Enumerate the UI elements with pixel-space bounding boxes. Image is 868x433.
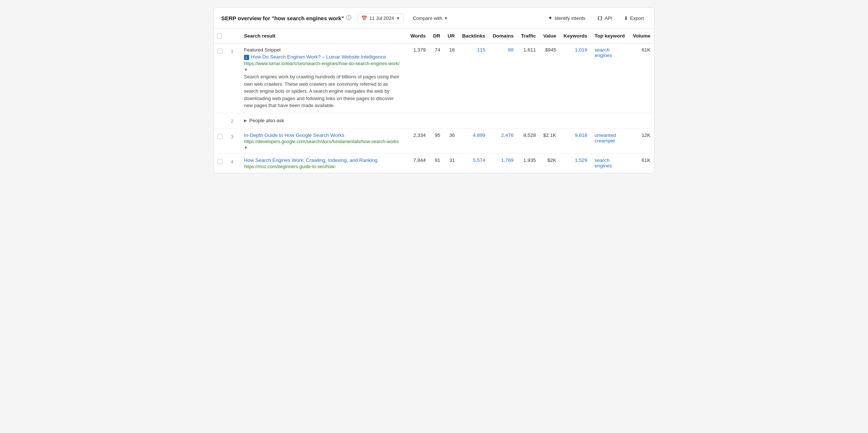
- row-4-top-keyword: search engines: [591, 153, 629, 173]
- row-2-checkbox-cell: [214, 113, 227, 128]
- date-selector[interactable]: 📅 11 Jul 2024 ▼: [357, 13, 404, 23]
- row-1-content: Featured Snippet L How Do Search Engines…: [240, 43, 407, 113]
- compare-dropdown-arrow: ▼: [444, 16, 448, 20]
- api-label: API: [605, 15, 612, 21]
- col-traffic[interactable]: Traffic: [517, 29, 540, 43]
- row-1-domains-link[interactable]: 88: [508, 47, 514, 53]
- col-checkbox: [214, 29, 227, 43]
- row-4-content: How Search Engines Work: Crawling, Index…: [240, 153, 407, 173]
- row-1-domains: 88: [489, 43, 517, 113]
- title-text: SERP overview for "how search engines wo…: [221, 15, 344, 21]
- col-value[interactable]: Value: [539, 29, 560, 43]
- row-4-url-link[interactable]: https://moz.com/beginners-guide-to-seo/h…: [244, 164, 403, 169]
- date-dropdown-arrow: ▼: [396, 16, 400, 20]
- featured-snippet-label: Featured Snippet: [244, 47, 403, 53]
- row-3-url-chevron: ▼: [244, 146, 248, 150]
- col-num: [227, 29, 240, 43]
- col-search-result: Search result: [240, 29, 407, 43]
- row-3-volume: 12K: [629, 128, 654, 153]
- row-1-dr: 74: [430, 43, 444, 113]
- compare-button[interactable]: Compare with ▼: [410, 14, 451, 23]
- page-title: SERP overview for "how search engines wo…: [221, 15, 351, 21]
- row-1-words: 1,379: [407, 43, 430, 113]
- row-1-checkbox[interactable]: [218, 49, 223, 54]
- row-3-top-keyword: unwanted creampie: [591, 128, 629, 153]
- row-4-num: 4: [227, 153, 240, 173]
- row-1-num: 1: [227, 43, 240, 113]
- identify-intents-icon: ✦: [548, 15, 553, 21]
- row-1-snippet: Search engines work by crawling hundreds…: [244, 73, 403, 109]
- row-4-keywords: 1,529: [560, 153, 591, 173]
- row-1-ur: 16: [444, 43, 459, 113]
- row-4-checkbox[interactable]: [218, 159, 223, 164]
- select-all-checkbox[interactable]: [217, 33, 222, 39]
- help-icon[interactable]: ⓘ: [346, 15, 351, 21]
- row-1-keywords-link[interactable]: 1,019: [575, 47, 587, 53]
- row-4-traffic: 1,935: [517, 153, 540, 173]
- row-4-backlinks-link[interactable]: 5,574: [473, 157, 485, 163]
- table-row: 1 Featured Snippet L How Do Search Engin…: [214, 43, 654, 113]
- row-4-keywords-link[interactable]: 1,529: [575, 157, 587, 163]
- col-words[interactable]: Words: [407, 29, 430, 43]
- row-1-value: $945: [539, 43, 560, 113]
- table-wrapper: Search result Words DR UR Backlinks: [214, 29, 654, 173]
- row-3-backlinks-link[interactable]: 4,899: [473, 132, 485, 138]
- col-keywords[interactable]: Keywords: [560, 29, 591, 43]
- row-1-traffic: 1,611: [517, 43, 540, 113]
- row-3-keywords-link[interactable]: 9,818: [575, 132, 587, 138]
- row-2-num: 2: [227, 113, 240, 128]
- row-1-top-keyword: search engines: [591, 43, 629, 113]
- compare-label: Compare with: [413, 15, 442, 21]
- row-1-title-link[interactable]: L How Do Search Engines Work? – Lumar We…: [244, 54, 403, 60]
- row-4-ur: 31: [444, 153, 459, 173]
- main-container: SERP overview for "how search engines wo…: [214, 7, 654, 173]
- export-icon: ⬇: [624, 15, 628, 21]
- header-actions: ✦ Identify intents {} API ⬇ Export: [545, 13, 647, 23]
- row-3-url-link[interactable]: https://developers.google.com/search/doc…: [244, 139, 403, 150]
- row-2-content: ▶ People also ask: [240, 113, 629, 128]
- row-4-words: 7,844: [407, 153, 430, 173]
- col-backlinks[interactable]: Backlinks: [459, 29, 489, 43]
- row-checkbox-cell: [214, 43, 227, 113]
- row-4-value: $2K: [539, 153, 560, 173]
- row-3-domains-link[interactable]: 2,476: [501, 132, 514, 138]
- row-1-top-keyword-link[interactable]: search engines: [595, 47, 612, 58]
- row-4-domains-link[interactable]: 1,769: [501, 157, 514, 163]
- row-1-volume: 61K: [629, 43, 654, 113]
- row-1-favicon: L: [244, 55, 249, 60]
- row-3-content: In-Depth Guide to How Google Search Work…: [240, 128, 407, 153]
- export-button[interactable]: ⬇ Export: [621, 14, 647, 23]
- identify-intents-label: Identify intents: [555, 15, 585, 21]
- col-domains[interactable]: Domains: [489, 29, 517, 43]
- row-3-top-keyword-link[interactable]: unwanted creampie: [595, 132, 616, 143]
- row-3-checkbox[interactable]: [218, 134, 223, 139]
- row-4-title-link[interactable]: How Search Engines Work: Crawling, Index…: [244, 157, 403, 163]
- identify-intents-button[interactable]: ✦ Identify intents: [545, 13, 588, 23]
- api-button[interactable]: {} API: [594, 14, 616, 23]
- export-label: Export: [630, 15, 644, 21]
- paa-arrow-icon: ▶: [244, 118, 247, 123]
- row-4-top-keyword-link[interactable]: search engines: [595, 157, 612, 168]
- row-3-num: 3: [227, 128, 240, 153]
- table-header-row: Search result Words DR UR Backlinks: [214, 29, 654, 43]
- col-top-keyword[interactable]: Top keyword: [591, 29, 629, 43]
- date-label: 11 Jul 2024: [369, 15, 394, 21]
- row-1-backlinks-link[interactable]: 115: [477, 47, 485, 53]
- row-4-checkbox-cell: [214, 153, 227, 173]
- col-dr[interactable]: DR: [430, 29, 444, 43]
- row-4-volume: 61K: [629, 153, 654, 173]
- row-4-domains: 1,769: [489, 153, 517, 173]
- row-4-dr: 91: [430, 153, 444, 173]
- row-1-url-link[interactable]: https://www.lumar.io/learn/seo/search-en…: [244, 61, 403, 72]
- col-volume[interactable]: Volume: [629, 29, 654, 43]
- calendar-icon: 📅: [361, 15, 367, 21]
- row-3-words: 2,334: [407, 128, 430, 153]
- row-1-backlinks: 115: [459, 43, 489, 113]
- row-4-backlinks: 5,574: [459, 153, 489, 173]
- col-ur[interactable]: UR: [444, 29, 459, 43]
- row-3-value: $2.1K: [539, 128, 560, 153]
- row-3-title-link[interactable]: In-Depth Guide to How Google Search Work…: [244, 132, 403, 138]
- row-3-traffic: 8,528: [517, 128, 540, 153]
- row-1-keywords: 1,019: [560, 43, 591, 113]
- page-header: SERP overview for "how search engines wo…: [214, 8, 654, 29]
